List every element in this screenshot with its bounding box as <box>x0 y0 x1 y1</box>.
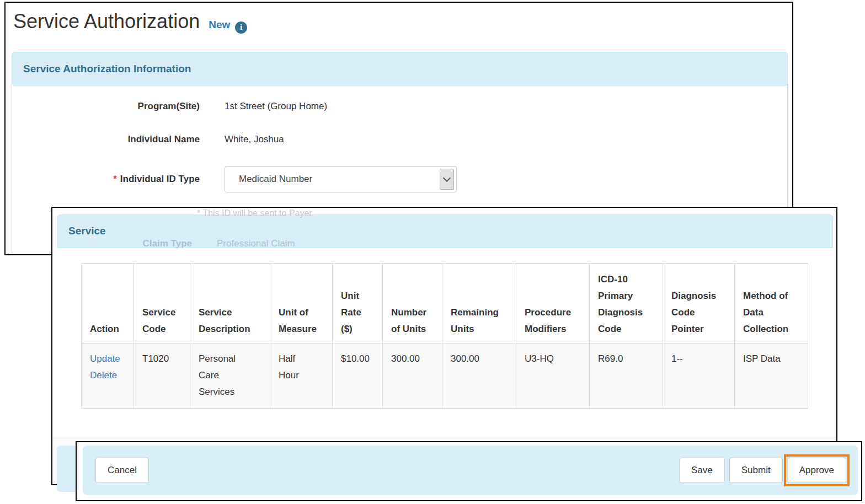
remaining-units-cell: 300.00 <box>442 344 516 409</box>
ghost-claim-type-value: Professional Claim <box>217 238 295 249</box>
auth-info-heading: Service Authorization Information <box>23 63 191 75</box>
service-heading: Service <box>68 225 106 237</box>
individual-id-type-select[interactable]: Medicaid Number <box>225 166 457 192</box>
number-of-units-cell: 300.00 <box>383 344 442 409</box>
col-method-of-data-collection: Method of Data Collection <box>735 264 808 344</box>
auth-info-section-header: Service Authorization Information <box>12 52 788 85</box>
program-site-label: Program(Site) <box>19 101 200 112</box>
submit-button[interactable]: Submit <box>729 458 783 483</box>
col-unit-of-measure: Unit of Measure <box>270 264 333 344</box>
ghost-claim-type-label: Claim Type <box>52 238 192 249</box>
unit-of-measure-cell: Half Hour <box>270 344 333 409</box>
page-title-row: Service Authorization New i <box>13 10 247 33</box>
action-cell: Update Delete <box>82 344 134 409</box>
col-number-of-units: Number of Units <box>383 264 442 344</box>
service-table: Action Service Code Service Description … <box>81 263 808 409</box>
unit-rate-cell: $10.00 <box>333 344 383 409</box>
screenshot-stage: Service Authorization New i Service Auth… <box>0 0 865 504</box>
ghost-claim-type-row: Claim Type Professional Claim <box>52 238 549 249</box>
approve-button[interactable]: Approve <box>787 458 846 483</box>
method-of-data-collection-cell: ISP Data <box>735 344 808 409</box>
col-remaining-units: Remaining Units <box>442 264 516 344</box>
delete-link[interactable]: Delete <box>90 367 125 384</box>
required-marker: * <box>113 174 117 184</box>
col-unit-rate: Unit Rate ($) <box>333 264 383 344</box>
col-service-code: Service Code <box>134 264 190 344</box>
service-description-cell: Personal Care Services <box>190 344 270 409</box>
col-procedure-modifiers: Procedure Modifiers <box>516 264 590 344</box>
program-site-value: 1st Street (Group Home) <box>225 101 327 112</box>
cancel-button[interactable]: Cancel <box>95 458 149 483</box>
individual-id-type-label: *Individual ID Type <box>19 174 200 185</box>
diagnosis-code-pointer-cell: 1-- <box>663 344 735 409</box>
icd10-primary-diagnosis-code-cell: R69.0 <box>590 344 663 409</box>
individual-name-label: Individual Name <box>19 134 200 145</box>
status-badge: New <box>209 19 230 31</box>
col-diagnosis-code-pointer: Diagnosis Code Pointer <box>663 264 735 344</box>
service-code-cell: T1020 <box>134 344 190 409</box>
individual-id-type-selected-value: Medicaid Number <box>239 174 312 185</box>
col-service-description: Service Description <box>190 264 270 344</box>
save-button[interactable]: Save <box>679 458 725 483</box>
action-bar-window: Cancel Save Submit Approve <box>76 441 862 501</box>
table-row: Update Delete T1020 Personal Care Servic… <box>82 344 808 409</box>
update-link[interactable]: Update <box>90 351 125 367</box>
info-icon[interactable]: i <box>235 22 247 34</box>
procedure-modifiers-cell: U3-HQ <box>516 344 590 409</box>
col-icd10-primary-diagnosis-code: ICD-10 Primary Diagnosis Code <box>590 264 663 344</box>
program-site-row: Program(Site) 1st Street (Group Home) <box>19 101 515 112</box>
individual-name-value: White, Joshua <box>225 134 284 145</box>
individual-id-type-row: *Individual ID Type Medicaid Number <box>19 166 515 192</box>
page-title: Service Authorization <box>13 10 200 33</box>
action-button-bar: Cancel Save Submit Approve <box>83 446 858 495</box>
col-action: Action <box>82 264 134 344</box>
individual-name-row: Individual Name White, Joshua <box>19 134 515 145</box>
approve-highlight-annotation: Approve <box>784 454 850 486</box>
table-header-row: Action Service Code Service Description … <box>82 264 808 344</box>
chevron-down-icon[interactable] <box>440 169 454 190</box>
ghost-id-note: * This ID will be sent to Payer <box>197 208 312 218</box>
